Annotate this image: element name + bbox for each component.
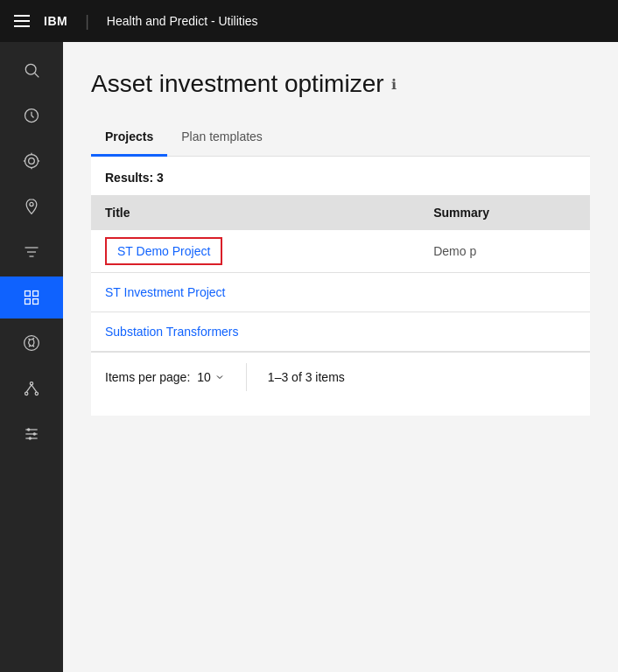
dashboard-icon	[23, 289, 40, 306]
top-nav: IBM | Health and Predict - Utilities	[0, 0, 618, 42]
project-link-st-demo[interactable]: ST Demo Project	[117, 244, 210, 258]
search-icon	[23, 61, 40, 79]
table-cell-summary	[419, 312, 590, 352]
table-row: ST Demo Project Demo p	[91, 230, 590, 273]
page-title: Asset investment optimizer ℹ	[91, 70, 590, 98]
network-icon	[23, 380, 40, 397]
tabs: Projects Plan templates	[91, 119, 590, 157]
tab-projects[interactable]: Projects	[91, 119, 167, 157]
items-per-page-label: Items per page:	[105, 370, 190, 384]
sidebar-item-location[interactable]	[0, 186, 63, 228]
svg-rect-13	[25, 291, 31, 297]
svg-point-25	[27, 428, 30, 430]
menu-button[interactable]	[14, 15, 30, 27]
nav-brand: IBM	[44, 14, 67, 28]
svg-point-18	[25, 392, 28, 395]
sidebar-item-network[interactable]	[0, 368, 63, 410]
history-icon	[23, 107, 40, 124]
svg-point-26	[33, 432, 36, 435]
settings-icon	[23, 334, 40, 352]
filter-icon	[23, 243, 40, 261]
sidebar-item-sliders[interactable]	[0, 413, 63, 455]
svg-line-20	[26, 385, 32, 392]
project-link-st-investment[interactable]: ST Investment Project	[105, 285, 225, 299]
table-cell-title: ST Demo Project	[91, 230, 419, 273]
table-row: ST Investment Project	[91, 273, 590, 312]
nav-divider: |	[85, 12, 89, 31]
svg-rect-14	[33, 291, 39, 297]
svg-point-9	[30, 202, 33, 206]
svg-point-4	[29, 158, 35, 164]
sidebar	[0, 42, 63, 672]
sidebar-item-search[interactable]	[0, 49, 63, 91]
target-icon	[23, 152, 40, 170]
column-summary: Summary	[419, 195, 590, 230]
svg-point-3	[25, 155, 39, 168]
svg-point-19	[35, 392, 38, 395]
table-row: Substation Transformers	[91, 312, 590, 352]
svg-point-27	[29, 437, 32, 439]
column-title: Title	[91, 195, 419, 230]
svg-point-17	[30, 382, 32, 385]
tab-plan-templates[interactable]: Plan templates	[167, 119, 277, 157]
table-cell-summary: Demo p	[419, 230, 590, 273]
svg-rect-16	[33, 299, 39, 304]
table-cell-title: Substation Transformers	[91, 312, 419, 352]
svg-line-1	[35, 74, 39, 78]
svg-point-0	[25, 64, 36, 74]
svg-line-21	[32, 385, 37, 392]
sidebar-item-target[interactable]	[0, 140, 63, 182]
items-per-page: Items per page: 10	[105, 370, 225, 384]
table-header-row: Title Summary	[91, 195, 590, 230]
sidebar-item-settings[interactable]	[0, 322, 63, 364]
layout: Asset investment optimizer ℹ Projects Pl…	[0, 42, 618, 672]
pagination: Items per page: 10 1–3 of 3 items	[91, 352, 590, 402]
table-cell-title: ST Investment Project	[91, 273, 419, 312]
sidebar-item-dashboard[interactable]	[0, 276, 63, 318]
nav-app-name: Health and Predict - Utilities	[107, 14, 258, 28]
sidebar-item-history[interactable]	[0, 94, 63, 136]
project-link-substation[interactable]: Substation Transformers	[105, 325, 239, 339]
per-page-value: 10	[197, 370, 211, 384]
location-icon	[23, 198, 40, 215]
highlight-border: ST Demo Project	[105, 237, 222, 265]
table-cell-summary	[419, 273, 590, 312]
chevron-down-icon	[214, 372, 225, 382]
svg-rect-15	[25, 299, 31, 304]
page-info: 1–3 of 3 items	[268, 370, 345, 384]
data-table: Title Summary ST Demo Project Demo p	[91, 195, 590, 352]
info-icon[interactable]: ℹ	[391, 76, 397, 93]
sliders-icon	[23, 425, 40, 443]
results-count: Results: 3	[91, 171, 590, 195]
per-page-select[interactable]: 10	[197, 370, 225, 384]
pagination-divider	[246, 363, 247, 391]
main-content: Asset investment optimizer ℹ Projects Pl…	[63, 42, 618, 672]
sidebar-item-filter[interactable]	[0, 231, 63, 273]
content-area: Results: 3 Title Summary ST Demo Project	[91, 157, 590, 416]
